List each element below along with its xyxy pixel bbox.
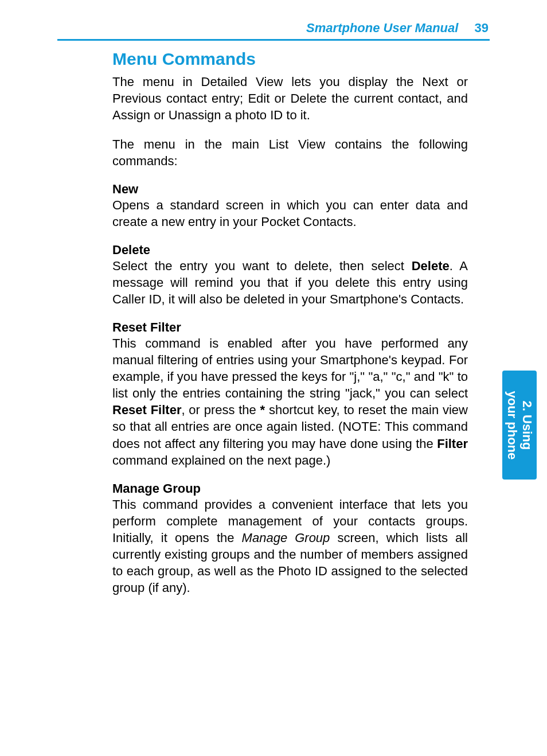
command-new: New Opens a standard screen in which you… — [112, 182, 468, 230]
bold-text: * — [260, 403, 265, 417]
bold-text: Reset Filter — [112, 403, 181, 417]
chapter-tab-line2: your phone — [505, 391, 519, 459]
text-fragment: , or press the — [181, 403, 260, 417]
italic-text: Manage Group — [242, 531, 330, 545]
command-manage-group-heading: Manage Group — [112, 481, 468, 496]
bold-text: Filter — [437, 437, 468, 451]
page: Smartphone User Manual 39 Menu Commands … — [0, 0, 547, 756]
command-reset-filter: Reset Filter This command is enabled aft… — [112, 320, 468, 468]
chapter-tab: 2. Using your phone — [502, 371, 537, 480]
command-manage-group-body: This command provides a convenient inter… — [112, 496, 468, 596]
text-fragment: Select the entry you want to delete, the… — [112, 259, 412, 273]
intro-paragraph-1: The menu in Detailed View lets you displ… — [112, 73, 468, 123]
section-title: Menu Commands — [112, 49, 468, 69]
header-rule — [57, 39, 490, 41]
content-area: Menu Commands The menu in Detailed View … — [112, 49, 468, 609]
chapter-tab-line1: 2. Using — [519, 391, 534, 459]
chapter-tab-text: 2. Using your phone — [505, 391, 535, 459]
page-number: 39 — [475, 21, 489, 35]
intro-paragraph-2: The menu in the main List View contains … — [112, 136, 468, 169]
command-new-heading: New — [112, 182, 468, 197]
manual-title: Smartphone User Manual — [306, 21, 458, 35]
command-manage-group: Manage Group This command provides a con… — [112, 481, 468, 596]
command-delete-heading: Delete — [112, 243, 468, 258]
command-delete-body: Select the entry you want to delete, the… — [112, 258, 468, 307]
command-delete: Delete Select the entry you want to dele… — [112, 243, 468, 307]
bold-text: Delete — [412, 259, 450, 273]
command-reset-filter-body: This command is enabled after you have p… — [112, 335, 468, 468]
command-new-body: Opens a standard screen in which you can… — [112, 197, 468, 230]
command-reset-filter-heading: Reset Filter — [112, 320, 468, 335]
text-fragment: command explained on the next page.) — [112, 453, 330, 467]
page-header: Smartphone User Manual 39 — [306, 21, 489, 36]
text-fragment: This command is enabled after you have p… — [112, 336, 468, 400]
